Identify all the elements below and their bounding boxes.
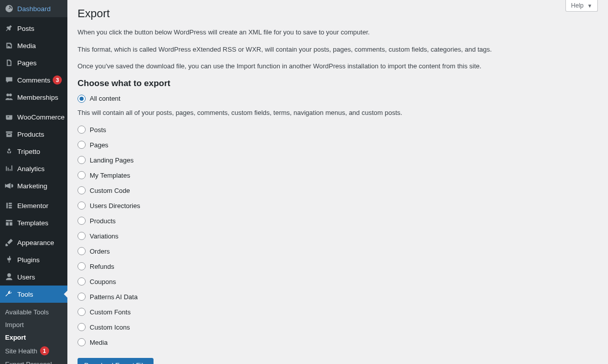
- radio-label-coupons[interactable]: Coupons: [90, 278, 116, 286]
- page-title: Export: [78, 7, 598, 20]
- radio-label-all-content[interactable]: All content: [90, 95, 121, 102]
- radio-row-coupons: Coupons: [78, 277, 598, 286]
- sidebar-item-pages[interactable]: Pages: [0, 54, 67, 71]
- radio-landing-pages[interactable]: [78, 156, 86, 164]
- radio-row-custom-icons: Custom Icons: [78, 323, 598, 331]
- submenu-item-available-tools[interactable]: Available Tools: [0, 306, 67, 318]
- radio-label-users-directories[interactable]: Users Directories: [90, 202, 140, 210]
- radio-custom-code[interactable]: [78, 186, 86, 194]
- chevron-down-icon: ▼: [587, 3, 592, 9]
- sidebar-item-label: Pages: [17, 59, 36, 67]
- dashboard-icon: [4, 4, 14, 14]
- radio-custom-fonts[interactable]: [78, 308, 86, 316]
- radio-row-custom-fonts: Custom Fonts: [78, 308, 598, 316]
- radio-row-products: Products: [78, 217, 598, 225]
- sidebar-item-media[interactable]: Media: [0, 37, 67, 54]
- woo-icon: [4, 112, 14, 122]
- sidebar-item-elementor[interactable]: Elementor: [0, 197, 67, 214]
- sidebar-item-appearance[interactable]: Appearance: [0, 234, 67, 251]
- radio-row-custom-code: Custom Code: [78, 186, 598, 194]
- radio-variations[interactable]: [78, 232, 86, 240]
- export-desc-2: This format, which is called WordPress e…: [78, 45, 534, 55]
- radio-row-orders: Orders: [78, 247, 598, 255]
- sidebar-item-tools[interactable]: Tools: [0, 286, 67, 303]
- radio-label-patterns-ai-data[interactable]: Patterns AI Data: [90, 293, 138, 301]
- submenu-tools: Available ToolsImportExportSite Health1E…: [0, 303, 67, 364]
- megaphone-icon: [4, 181, 14, 191]
- radio-label-posts[interactable]: Posts: [90, 126, 106, 134]
- radio-my-templates[interactable]: [78, 171, 86, 179]
- submenu-item-label: Available Tools: [5, 308, 49, 316]
- radio-row-posts: Posts: [78, 126, 598, 134]
- groups-icon: [4, 92, 14, 102]
- help-tab[interactable]: Help ▼: [565, 0, 598, 12]
- templates-icon: [4, 218, 14, 228]
- radio-pages[interactable]: [78, 141, 86, 149]
- submenu-item-import[interactable]: Import: [0, 318, 67, 331]
- sidebar-item-tripetto[interactable]: Tripetto: [0, 143, 67, 160]
- radio-posts[interactable]: [78, 126, 86, 134]
- radio-media[interactable]: [78, 338, 86, 346]
- sidebar-item-label: Products: [17, 131, 44, 138]
- sidebar-item-label: Analytics: [17, 165, 45, 173]
- page-icon: [4, 58, 14, 68]
- radio-row-landing-pages: Landing Pages: [78, 156, 598, 164]
- radio-refunds[interactable]: [78, 262, 86, 270]
- radio-row-users-directories: Users Directories: [78, 201, 598, 210]
- radio-label-custom-icons[interactable]: Custom Icons: [90, 323, 130, 331]
- wrench-icon: [4, 289, 14, 299]
- sidebar-item-label: Comments: [17, 76, 50, 84]
- sidebar-item-label: Dashboard: [17, 5, 51, 13]
- sidebar-item-marketing[interactable]: Marketing: [0, 177, 67, 194]
- chart-icon: [4, 164, 14, 174]
- sidebar-item-users[interactable]: Users: [0, 268, 67, 286]
- radio-label-landing-pages[interactable]: Landing Pages: [90, 156, 134, 164]
- radio-row-media: Media: [78, 338, 598, 346]
- submenu-item-site-health[interactable]: Site Health1: [0, 344, 67, 358]
- radio-label-media[interactable]: Media: [90, 339, 107, 346]
- radio-label-variations[interactable]: Variations: [90, 232, 119, 240]
- export-desc-3: Once you've saved the download file, you…: [78, 61, 534, 71]
- sidebar-item-templates[interactable]: Templates: [0, 214, 67, 231]
- radio-users-directories[interactable]: [78, 201, 86, 210]
- radio-row-patterns-ai-data: Patterns AI Data: [78, 293, 598, 301]
- choose-heading: Choose what to export: [78, 78, 598, 89]
- radio-all-content[interactable]: [78, 95, 86, 103]
- admin-sidebar: DashboardPostsMediaPagesComments3Members…: [0, 0, 67, 364]
- sidebar-item-label: WooCommerce: [17, 113, 65, 121]
- radio-products[interactable]: [78, 217, 86, 225]
- sidebar-item-dashboard[interactable]: Dashboard: [0, 0, 67, 17]
- sidebar-item-woocommerce[interactable]: WooCommerce: [0, 108, 67, 126]
- submenu-item-export[interactable]: Export: [0, 331, 67, 344]
- media-icon: [4, 41, 14, 51]
- main-content: Help ▼ Export When you click the button …: [67, 0, 608, 364]
- sidebar-item-products[interactable]: Products: [0, 126, 67, 143]
- sidebar-item-posts[interactable]: Posts: [0, 20, 67, 37]
- radio-label-products[interactable]: Products: [90, 217, 116, 225]
- radio-orders[interactable]: [78, 247, 86, 255]
- plug-icon: [4, 255, 14, 265]
- help-label: Help: [571, 2, 584, 9]
- radio-patterns-ai-data[interactable]: [78, 293, 86, 301]
- radio-custom-icons[interactable]: [78, 323, 86, 331]
- sidebar-item-plugins[interactable]: Plugins: [0, 251, 67, 268]
- radio-label-refunds[interactable]: Refunds: [90, 263, 114, 270]
- submenu-item-export-personal-data[interactable]: Export Personal Data: [0, 358, 67, 364]
- sidebar-item-analytics[interactable]: Analytics: [0, 160, 67, 177]
- comment-icon: [4, 75, 14, 85]
- radio-coupons[interactable]: [78, 277, 86, 286]
- radio-label-custom-code[interactable]: Custom Code: [90, 187, 130, 194]
- radio-label-pages[interactable]: Pages: [90, 141, 108, 149]
- archive-icon: [4, 129, 14, 139]
- sidebar-item-comments[interactable]: Comments3: [0, 71, 67, 89]
- export-desc-1: When you click the button below WordPres…: [78, 27, 534, 37]
- radio-label-my-templates[interactable]: My Templates: [90, 172, 130, 179]
- radio-label-orders[interactable]: Orders: [90, 248, 110, 255]
- radio-label-custom-fonts[interactable]: Custom Fonts: [90, 308, 131, 316]
- download-export-button[interactable]: Download Export File: [78, 358, 154, 364]
- sidebar-item-memberships[interactable]: Memberships: [0, 89, 67, 106]
- pin-icon: [4, 23, 14, 33]
- sidebar-item-label: Appearance: [17, 239, 54, 247]
- sidebar-item-label: Media: [17, 42, 36, 50]
- tripetto-icon: [4, 146, 14, 156]
